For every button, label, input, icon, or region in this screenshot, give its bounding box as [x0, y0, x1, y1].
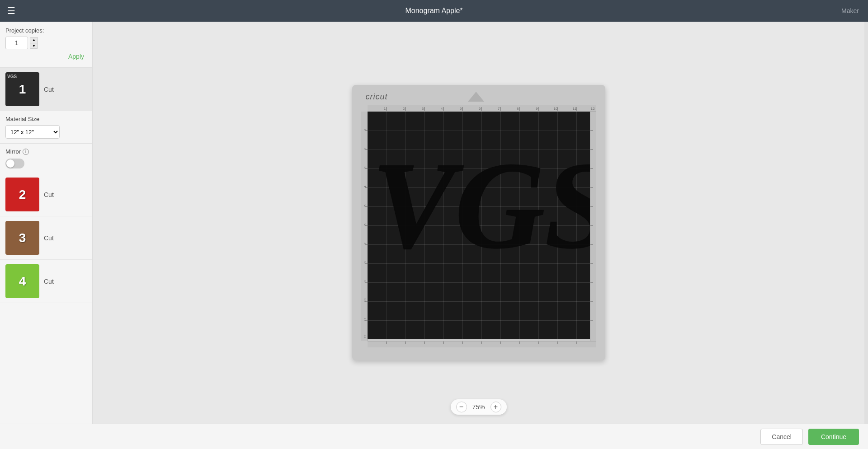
zoom-out-button[interactable]: −: [456, 402, 467, 412]
right-scrollbar[interactable]: [864, 22, 868, 424]
sidebar: Project copies: ▲ ▼ Apply VGS 1 Cut Mate…: [0, 22, 93, 424]
mirror-section: Mirror i: [0, 144, 92, 173]
zoom-controls: − 75% +: [451, 399, 507, 415]
svg-text:VGS: VGS: [372, 136, 590, 274]
mat-thumbnail-3: 3: [5, 221, 39, 255]
continue-button[interactable]: Continue: [808, 429, 859, 445]
copies-spinner: ▲ ▼: [30, 37, 38, 49]
mirror-label: Mirror i: [5, 148, 87, 155]
mat-number-2: 2: [19, 187, 26, 202]
mat-item-2[interactable]: 2 Cut: [0, 173, 92, 216]
copies-decrement-button[interactable]: ▼: [30, 43, 38, 49]
mat-number-1: 1: [19, 82, 26, 97]
ruler-right-svg: [590, 112, 597, 339]
mat-cut-label-4: Cut: [44, 278, 54, 285]
svg-text:11: 11: [363, 318, 367, 321]
cricut-logo: cricut: [366, 92, 388, 102]
cutting-grid: VGS: [368, 112, 590, 339]
zoom-level: 75%: [470, 403, 488, 411]
page-title: Monogram Apple*: [405, 7, 462, 15]
svg-text:9: 9: [363, 281, 367, 282]
ruler-bottom-svg: [368, 341, 595, 348]
top-ruler: /* ruler ticks rendered in SVG below */: [368, 105, 596, 112]
cancel-button[interactable]: Cancel: [760, 429, 803, 445]
project-copies-section: Project copies: ▲ ▼ Apply: [0, 22, 92, 68]
mat-number-3: 3: [19, 231, 26, 245]
mat-item-3[interactable]: 3 Cut: [0, 216, 92, 260]
copies-input-row: ▲ ▼: [5, 37, 87, 49]
canvas-area: cricut /* ruler ticks rendered in SVG be…: [93, 22, 864, 424]
project-copies-label: Project copies:: [5, 27, 87, 34]
mat-item-4[interactable]: 4 Cut: [0, 260, 92, 303]
design-svg: VGS: [368, 112, 590, 339]
svg-text:10: 10: [363, 299, 367, 302]
mat-number-4: 4: [19, 274, 26, 289]
mat-thumbnail-2: 2: [5, 178, 39, 211]
svg-text:2: 2: [363, 148, 367, 150]
menu-icon[interactable]: ☰: [7, 5, 15, 16]
topbar: ☰ Monogram Apple* Maker: [0, 0, 868, 22]
svg-text:1: 1: [363, 129, 367, 131]
mat-thumbnail-1: VGS 1: [5, 72, 39, 106]
apply-button[interactable]: Apply: [66, 52, 87, 61]
material-size-label: Material Size: [5, 116, 87, 122]
bottom-bar: Cancel Continue: [0, 424, 868, 449]
svg-text:8: 8: [363, 262, 367, 263]
svg-text:4: 4: [363, 186, 367, 187]
cricut-mat: cricut /* ruler ticks rendered in SVG be…: [352, 85, 605, 360]
mirror-toggle[interactable]: [5, 159, 24, 168]
svg-text:5: 5: [363, 205, 367, 206]
svg-text:6: 6: [363, 224, 367, 225]
svg-text:7: 7: [363, 243, 367, 244]
material-size-section: Material Size 12" x 12" 12" x 24": [0, 111, 92, 144]
mat-arrow: [468, 92, 484, 102]
copies-increment-button[interactable]: ▲: [30, 37, 38, 43]
mirror-info-icon[interactable]: i: [23, 149, 29, 155]
maker-label: Maker: [841, 7, 859, 14]
mat-cut-label-3: Cut: [44, 234, 54, 242]
ruler-left-svg: 1 2 3 4 5 6 7 8 9 10 11 12: [361, 112, 368, 339]
svg-text:3: 3: [363, 167, 367, 168]
mat-item-1[interactable]: VGS 1 Cut: [0, 68, 92, 111]
mat-cut-label-2: Cut: [44, 191, 54, 198]
svg-text:12: 12: [363, 335, 367, 338]
mat-thumbnail-4: 4: [5, 264, 39, 298]
copies-input[interactable]: [5, 37, 28, 49]
mat-preview-1: VGS: [7, 74, 17, 79]
mat-cut-label-1: Cut: [44, 86, 54, 93]
zoom-in-button[interactable]: +: [491, 402, 501, 412]
main-content: Project copies: ▲ ▼ Apply VGS 1 Cut Mate…: [0, 22, 868, 424]
toggle-knob: [6, 159, 14, 168]
material-size-select[interactable]: 12" x 12" 12" x 24": [5, 125, 60, 139]
